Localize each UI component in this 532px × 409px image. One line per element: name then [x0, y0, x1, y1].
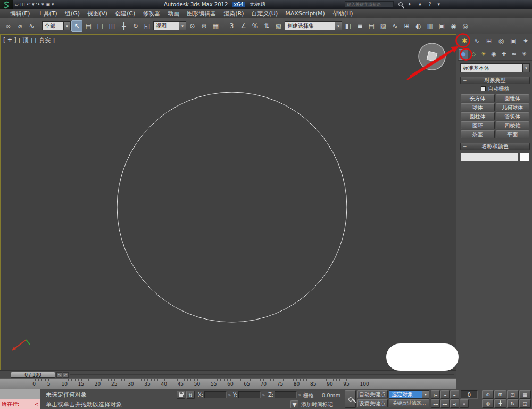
auto-key-toggle[interactable]: 自动关键点 [357, 390, 388, 398]
mirror-icon[interactable]: ◧ [343, 20, 354, 32]
project-folder-icon[interactable]: ▣ [46, 0, 51, 9]
menu-rendering[interactable]: 渲染(R) [220, 10, 247, 18]
tab-create[interactable]: ✱ [459, 35, 470, 47]
menu-create[interactable]: 创建(C) [111, 10, 139, 18]
button-tube[interactable]: 管状体 [496, 112, 530, 120]
category-cameras[interactable]: ◉ [489, 49, 498, 60]
button-pyramid[interactable]: 四棱锥 [496, 121, 530, 129]
open-file-icon[interactable]: ▱ [15, 0, 19, 9]
tab-modify[interactable]: ∿ [471, 35, 483, 47]
viewport-rotation-gizmo[interactable] [417, 42, 447, 74]
selection-lock-toggle[interactable] [177, 391, 185, 399]
menu-animation[interactable]: 动画 [164, 10, 183, 18]
autogrid-checkbox[interactable] [481, 86, 486, 91]
category-systems[interactable]: ✳ [519, 49, 529, 60]
z-field[interactable] [275, 391, 297, 398]
maxscript-mini-listener[interactable]: 所在行: < [0, 389, 40, 409]
category-lights[interactable]: ☀ [479, 49, 488, 60]
category-space-warps[interactable]: ≈ [509, 49, 519, 60]
category-shapes[interactable]: ◇ [469, 49, 478, 60]
button-box[interactable]: 长方体 [461, 94, 495, 102]
tab-hierarchy[interactable]: ⊞ [483, 35, 495, 47]
zoom-extents-button[interactable]: ◳ [507, 390, 519, 399]
maximize-viewport-button[interactable]: ◱ [519, 399, 531, 408]
select-object-icon[interactable]: ↖ [71, 20, 82, 32]
button-plane[interactable]: 平面 [496, 130, 530, 138]
menu-edit[interactable]: 编辑(E) [6, 10, 34, 18]
object-name-field[interactable] [461, 153, 518, 161]
reference-coordinate-combo[interactable]: 视图 ▾ [153, 21, 186, 30]
align-icon[interactable]: ≡ [354, 20, 365, 32]
next-key-button[interactable]: ►► [440, 399, 450, 408]
undo-icon[interactable]: ↶ [26, 0, 30, 9]
named-selection-set-combo[interactable]: 创建选择集 ▾ [285, 21, 342, 30]
z-spinner-icon[interactable]: ⇅ [298, 393, 301, 397]
layer-manager-icon[interactable]: ▤ [366, 20, 377, 32]
undo-caret-icon[interactable]: ▾ [32, 0, 35, 9]
time-tag-icon[interactable]: ▾ [290, 400, 298, 408]
y-field[interactable] [238, 391, 261, 398]
go-to-end-button[interactable]: ►| [450, 399, 459, 408]
search-input[interactable] [345, 1, 394, 7]
tab-display[interactable]: ▣ [508, 35, 519, 47]
play-button[interactable]: ► [450, 390, 459, 399]
rectangular-selection-icon[interactable]: □ [95, 20, 106, 32]
track-bar[interactable]: 0510152025303540455055606570758085909510… [0, 378, 456, 389]
viewport-shading-menu[interactable]: [ 真实 ] [35, 36, 55, 44]
orbit-button[interactable]: ↻ [507, 399, 519, 408]
communication-center-icon[interactable]: ✦ [408, 2, 412, 7]
rendered-frame-icon[interactable]: ▣ [436, 20, 447, 32]
next-frame-arrow[interactable]: > [63, 372, 69, 378]
zoom-all-button[interactable]: ⊞ [494, 390, 506, 399]
button-geosphere[interactable]: 几何球体 [496, 103, 530, 111]
zoom-extents-all-button[interactable]: ▦ [519, 390, 531, 399]
help-caret-icon[interactable]: ▾ [437, 2, 440, 7]
3dsmax-logo-icon[interactable] [0, 0, 13, 9]
menu-group[interactable]: 组(G) [61, 10, 84, 18]
previous-key-button[interactable]: ◄◄ [431, 399, 440, 408]
search-icon[interactable] [398, 2, 403, 6]
named-selection-sets-icon[interactable]: ▧ [273, 20, 284, 32]
save-file-icon[interactable]: ◫ [20, 0, 25, 9]
button-sphere[interactable]: 球体 [461, 103, 495, 111]
name-color-rollout[interactable]: − 名称和颜色 [460, 143, 530, 150]
absolute-offset-toggle[interactable]: ⇅ [186, 391, 195, 399]
menu-help[interactable]: 帮助(H) [329, 10, 357, 18]
button-teapot[interactable]: 茶壶 [461, 130, 495, 138]
button-cone[interactable]: 圆锥体 [496, 94, 530, 102]
menu-modifiers[interactable]: 修改器 [139, 10, 164, 18]
time-slider-handle[interactable]: 0 / 100 [11, 372, 55, 378]
menu-views[interactable]: 视图(V) [84, 10, 111, 18]
material-editor-icon[interactable]: ◐ [413, 20, 424, 32]
listener-output-row[interactable] [0, 389, 40, 399]
go-to-start-button[interactable]: |◄ [431, 390, 440, 399]
category-geometry[interactable]: ● [459, 49, 468, 60]
select-and-rotate-icon[interactable]: ↻ [130, 20, 141, 32]
select-and-manipulate-icon[interactable]: ⊚ [198, 20, 210, 32]
snap-toggle-icon[interactable]: 3 [226, 20, 237, 32]
combo-caret-icon[interactable]: ▾ [63, 22, 70, 30]
workspace-caret-icon[interactable]: ▾ [52, 0, 54, 9]
menu-graph-editors[interactable]: 图形编辑器 [183, 10, 220, 18]
menu-tools[interactable]: 工具(T) [34, 10, 61, 18]
combo-caret-icon[interactable]: ▾ [335, 22, 342, 30]
tab-utilities[interactable]: ✦ [520, 35, 531, 47]
time-slider[interactable]: 0 / 100 < > [0, 370, 456, 378]
render-setup-icon[interactable]: ▥ [425, 20, 436, 32]
add-time-tag[interactable]: 添加时间标记 [301, 401, 333, 408]
listener-expand-icon[interactable]: < [34, 402, 38, 407]
object-type-rollout[interactable]: − 对象类型 [460, 77, 530, 84]
selection-filter-combo[interactable]: 全部 ▾ [42, 21, 71, 30]
set-key-button[interactable]: 设置关键点 [357, 399, 388, 407]
render-production-icon[interactable]: ◉ [448, 20, 459, 32]
field-of-view-button[interactable]: ◎ [482, 399, 494, 408]
previous-frame-arrow[interactable]: < [56, 372, 62, 378]
object-color-swatch[interactable] [520, 153, 529, 161]
current-frame-field[interactable]: 0 [461, 390, 478, 399]
y-spinner-icon[interactable]: ⇅ [262, 393, 265, 397]
listener-macro-row[interactable]: 所在行: < [0, 399, 40, 409]
viewport-top[interactable]: [ + ] [ 顶 ] [ 真实 ] [0, 34, 456, 370]
schematic-view-icon[interactable]: ⊞ [401, 20, 412, 32]
combo-caret-icon[interactable]: ▾ [179, 22, 186, 30]
key-selection-combo[interactable]: 选定对象 ▾ [389, 390, 429, 399]
